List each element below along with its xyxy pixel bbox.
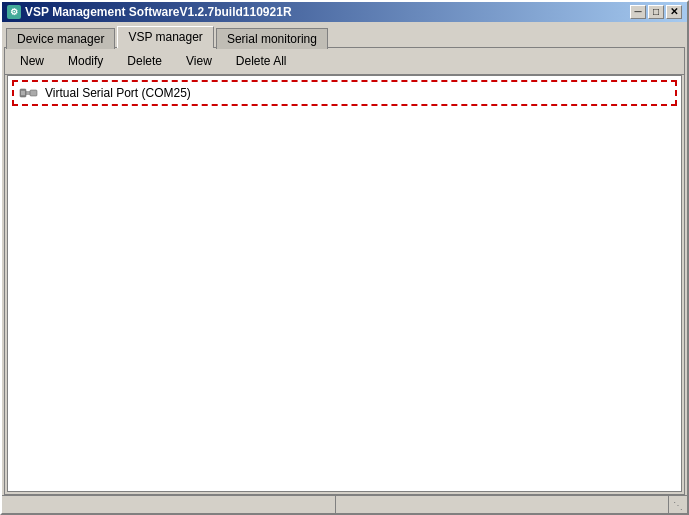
svg-rect-0 <box>20 89 26 97</box>
list-item-label: Virtual Serial Port (COM25) <box>45 86 191 100</box>
title-bar: ⚙ VSP Management SoftwareV1.2.7build1109… <box>2 2 687 22</box>
close-button[interactable]: ✕ <box>666 5 682 19</box>
maximize-button[interactable]: □ <box>648 5 664 19</box>
svg-point-6 <box>23 91 25 93</box>
resize-grip-icon: ⋱ <box>673 500 683 511</box>
tab-device-manager[interactable]: Device manager <box>6 28 115 49</box>
new-button[interactable]: New <box>9 51 55 71</box>
content-area: Virtual Serial Port (COM25) <box>7 75 682 492</box>
tab-bar: Device manager VSP manager Serial monito… <box>2 22 687 47</box>
main-window: ⚙ VSP Management SoftwareV1.2.7build1109… <box>0 0 689 515</box>
app-icon: ⚙ <box>7 5 21 19</box>
svg-point-7 <box>23 93 25 95</box>
tab-vsp-manager[interactable]: VSP manager <box>117 26 214 48</box>
status-panel-3: ⋱ <box>669 496 687 513</box>
toolbar: New Modify Delete View Delete All <box>5 48 684 75</box>
svg-point-5 <box>21 93 23 95</box>
delete-all-button[interactable]: Delete All <box>225 51 298 71</box>
view-button[interactable]: View <box>175 51 223 71</box>
status-panel-1 <box>2 496 336 513</box>
port-icon <box>19 85 39 101</box>
window-title: VSP Management SoftwareV1.2.7build110921… <box>25 5 292 19</box>
minimize-button[interactable]: ─ <box>630 5 646 19</box>
list-item[interactable]: Virtual Serial Port (COM25) <box>12 80 677 106</box>
status-panel-2 <box>336 496 670 513</box>
svg-point-4 <box>21 91 23 93</box>
delete-button[interactable]: Delete <box>116 51 173 71</box>
title-bar-content: ⚙ VSP Management SoftwareV1.2.7build1109… <box>7 5 292 19</box>
tab-content: New Modify Delete View Delete All <box>4 47 685 495</box>
tab-vsp-manager-label: VSP manager <box>128 30 203 44</box>
window-controls: ─ □ ✕ <box>630 5 682 19</box>
tab-serial-monitoring[interactable]: Serial monitoring <box>216 28 328 49</box>
modify-button[interactable]: Modify <box>57 51 114 71</box>
window-body: New Modify Delete View Delete All <box>2 47 687 513</box>
svg-rect-3 <box>30 90 37 96</box>
status-bar: ⋱ <box>2 495 687 513</box>
tab-serial-monitoring-label: Serial monitoring <box>227 32 317 46</box>
tab-device-manager-label: Device manager <box>17 32 104 46</box>
